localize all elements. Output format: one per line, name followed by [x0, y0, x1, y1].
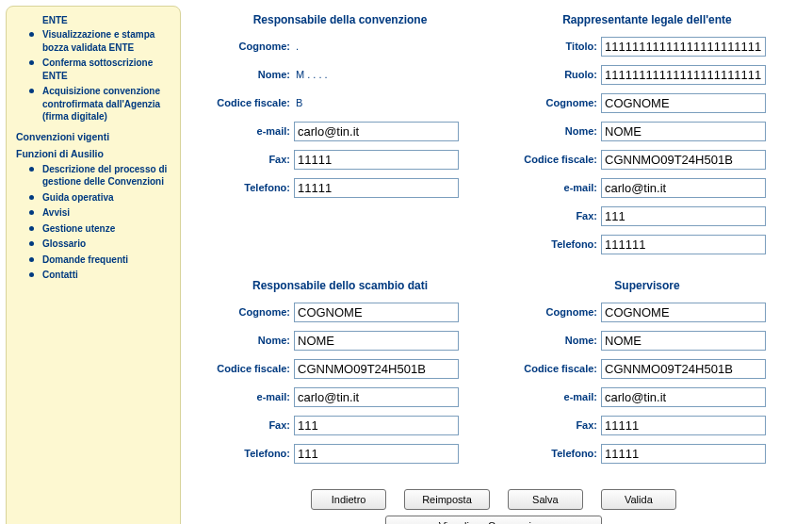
label-telefono: Telefono: [190, 448, 294, 459]
value-nome: M . . . . [294, 69, 328, 80]
input-cognome[interactable] [294, 303, 459, 322]
input-email[interactable] [601, 178, 766, 198]
label-email: e-mail: [190, 391, 294, 402]
reimposta-button[interactable]: Reimposta [404, 489, 490, 510]
section-rappresentante-legale: Rappresentante legale dell'ente Titolo: … [497, 6, 797, 271]
sidebar-item[interactable]: Avvisi [16, 206, 171, 220]
input-email[interactable] [294, 122, 459, 141]
label-cognome: Cognome: [497, 306, 601, 318]
input-fax[interactable] [601, 206, 766, 226]
sidebar-item[interactable]: Domande frequenti [16, 254, 171, 267]
label-titolo: Titolo: [497, 41, 601, 52]
label-email: e-mail: [190, 125, 294, 137]
sidebar-section-convenzioni[interactable]: Convenzioni vigenti [16, 131, 171, 142]
sidebar-item[interactable]: Glossario [16, 237, 171, 251]
input-nome[interactable] [601, 331, 766, 351]
input-telefono[interactable] [601, 235, 766, 254]
section-supervisore: Supervisore Cognome: Nome: Codice fiscal… [497, 271, 797, 481]
input-cognome[interactable] [601, 303, 766, 322]
label-fax: Fax: [497, 419, 601, 431]
sidebar-section-ausilio: Funzioni di Ausilio [16, 148, 171, 159]
label-nome: Nome: [190, 335, 294, 346]
input-nome[interactable] [294, 331, 459, 351]
input-telefono[interactable] [294, 444, 459, 464]
input-fax[interactable] [294, 150, 459, 170]
sidebar-item[interactable]: Descrizione del processo di gestione del… [16, 163, 171, 188]
input-titolo[interactable] [601, 37, 766, 57]
label-ruolo: Ruolo: [497, 69, 601, 80]
label-nome: Nome: [190, 69, 294, 80]
value-cognome: . [294, 41, 299, 52]
input-cf[interactable] [601, 359, 766, 379]
visualizza-convenzione-button[interactable]: Visualizza Convenzione [385, 516, 602, 524]
input-cf[interactable] [294, 359, 459, 379]
label-email: e-mail: [497, 391, 601, 402]
input-email[interactable] [294, 387, 459, 407]
label-cf: Codice fiscale: [497, 154, 601, 165]
label-cf: Codice fiscale: [190, 363, 294, 374]
label-cognome: Cognome: [497, 97, 601, 108]
section-title: Rappresentante legale dell'ente [497, 8, 797, 36]
input-telefono[interactable] [601, 444, 766, 464]
sidebar-item[interactable]: Gestione utenze [16, 222, 171, 236]
section-responsabile-scambio: Responsabile dello scambio dati Cognome:… [190, 271, 490, 481]
label-email: e-mail: [497, 182, 601, 193]
label-telefono: Telefono: [190, 182, 294, 193]
sidebar-item[interactable]: Conferma sottoscrizione ENTE [16, 57, 171, 82]
indietro-button[interactable]: Indietro [311, 489, 386, 510]
sidebar: ENTE Visualizzazione e stampa bozza vali… [6, 6, 181, 524]
input-ruolo[interactable] [601, 65, 766, 85]
label-fax: Fax: [497, 210, 601, 221]
section-responsabile-convenzione: Responsabile della convenzione Cognome: … [190, 6, 490, 271]
input-cf[interactable] [601, 150, 766, 170]
label-nome: Nome: [497, 125, 601, 137]
button-bar: Indietro Reimposta Salva Valida Visualiz… [190, 486, 797, 524]
input-fax[interactable] [601, 416, 766, 435]
input-cognome[interactable] [601, 93, 766, 113]
label-cf: Codice fiscale: [497, 363, 601, 374]
sidebar-item[interactable]: Visualizzazione e stampa bozza validata … [16, 28, 171, 54]
sidebar-item[interactable]: Guida operativa [16, 191, 171, 205]
label-nome: Nome: [497, 335, 601, 346]
sidebar-item[interactable]: Contatti [16, 269, 171, 282]
input-email[interactable] [601, 387, 766, 407]
section-title: Supervisore [497, 273, 797, 302]
sidebar-list-ente: Visualizzazione e stampa bozza validata … [16, 28, 171, 123]
section-title: Responsabile della convenzione [190, 8, 490, 36]
label-cf: Codice fiscale: [190, 97, 294, 108]
valida-button[interactable]: Valida [601, 489, 676, 510]
main-content: Responsabile della convenzione Cognome: … [181, 6, 806, 524]
sidebar-header-ente: ENTE [42, 14, 171, 26]
salva-button[interactable]: Salva [508, 489, 583, 510]
label-fax: Fax: [190, 419, 294, 431]
input-fax[interactable] [294, 416, 459, 435]
section-title: Responsabile dello scambio dati [190, 273, 490, 302]
input-telefono[interactable] [294, 178, 459, 198]
input-nome[interactable] [601, 122, 766, 141]
label-telefono: Telefono: [497, 448, 601, 459]
label-cognome: Cognome: [190, 41, 294, 52]
value-cf: B [294, 97, 302, 108]
sidebar-item[interactable]: Acquisizione convenzione controfirmata d… [16, 85, 171, 123]
label-cognome: Cognome: [190, 306, 294, 318]
label-fax: Fax: [190, 154, 294, 165]
label-telefono: Telefono: [497, 238, 601, 250]
sidebar-list-ausilio: Descrizione del processo di gestione del… [16, 163, 171, 282]
